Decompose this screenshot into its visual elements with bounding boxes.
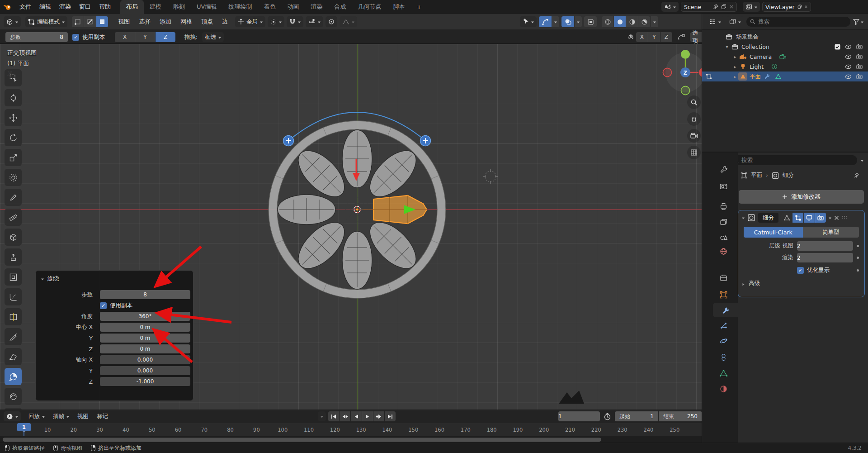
timeline-ruler[interactable]: 1102030405060708090100110120130140150160… [0,423,702,436]
workspace-tab-纹理绘制[interactable]: 纹理绘制 [222,0,258,14]
properties-tab-modifiers[interactable] [713,303,738,317]
modifier-panel[interactable]: 细分 Catmull-Clark 简单型 层级 视图 2 [738,210,865,297]
pin-icon[interactable] [713,4,718,10]
expander-icon[interactable]: ▸ [732,64,738,69]
show-overlays-button[interactable] [561,16,574,27]
render-visibility-toggle[interactable] [856,74,863,79]
breadcrumb-modifier[interactable]: 细分 [783,172,794,179]
properties-tab-view-layer[interactable] [713,215,734,229]
spin-axis-Y-button[interactable]: Y [135,32,155,42]
camera-view-button[interactable] [687,129,701,143]
mode-selector[interactable]: 编辑模式 [25,16,67,27]
close-icon[interactable] [834,215,839,220]
tool-select-box-button[interactable] [5,69,22,86]
show-object-types-button[interactable] [520,16,537,27]
operator-panel[interactable]: 旋绕 步数8✓使用副本角度360°中心 X0 mY0 mZ0 m轴向 X0.00… [35,270,193,401]
timeline-menu-1[interactable]: 插帧 [49,410,73,423]
topbar-menu-2[interactable]: 渲染 [55,0,75,14]
scene-browse-button[interactable] [661,2,679,12]
shading-wireframe-button[interactable] [602,16,613,27]
hide-eye-toggle[interactable] [845,74,852,79]
tool-loop-cut-button[interactable] [5,308,22,325]
topbar-menu-3[interactable]: 窗口 [75,0,95,14]
workspace-tab-几何节点[interactable]: 几何节点 [352,0,387,14]
properties-tab-data[interactable] [713,366,734,380]
properties-tab-output[interactable] [713,199,734,213]
frame-start-field[interactable]: 起始1 [615,411,658,421]
outliner-row-scene-collection[interactable]: 场景集合 [702,32,868,42]
current-frame-field[interactable]: 1 [558,411,600,421]
tool-cursor-button[interactable] [5,89,22,106]
outliner-row-Light[interactable]: ▸Light [702,62,868,72]
operator-field-3[interactable]: 0 m [100,323,190,332]
tool-poly-build-button[interactable] [5,348,22,365]
workspace-tab-UV编辑[interactable]: UV编辑 [191,0,222,14]
viewport-menu-2[interactable]: 添加 [155,14,176,30]
tool-measure-button[interactable] [5,209,22,226]
animate-dot[interactable] [857,257,859,259]
tool-bevel-button[interactable] [5,288,22,305]
operator-field-2[interactable]: 360° [100,312,190,321]
tool-inset-button[interactable] [5,268,22,286]
hide-eye-toggle[interactable] [845,54,852,59]
pivot-point-button[interactable] [268,16,284,27]
outliner-display-mode-button[interactable] [707,16,724,27]
tool-rotate-button[interactable] [5,129,22,146]
viewlayer-name-field[interactable]: ViewLayer [762,2,811,12]
add-modifier-button[interactable]: 添加修改器 [739,190,864,204]
shading-material-button[interactable] [626,16,638,27]
viewport-menu-5[interactable]: 边 [217,14,232,30]
spin-axis-X-button[interactable]: X [115,32,135,42]
operator-field-8[interactable]: -1.000 [100,377,190,386]
viewlayer-browse-button[interactable] [743,2,760,12]
expander-icon[interactable]: ▸ [732,54,738,59]
gizmo-dropdown[interactable] [552,16,559,27]
animate-dot[interactable] [857,269,859,272]
jump-next-keyframe-button[interactable] [373,411,384,421]
gizmo-y-neg-axis[interactable] [681,86,690,95]
pin-icon[interactable] [854,172,859,178]
mirror-axis-Z-button[interactable]: Z [660,32,672,42]
topbar-menu-0[interactable]: 文件 [15,0,35,14]
properties-tab-particles[interactable] [713,318,734,333]
spin-gizmo-handle-right[interactable] [420,136,431,146]
workspace-tab-建模[interactable]: 建模 [144,0,167,14]
timeline-editor-type-button[interactable] [4,411,21,421]
tool-move-button[interactable] [5,109,22,126]
operator-field-7[interactable]: 0.000 [100,366,190,375]
copy-icon[interactable] [797,4,802,10]
operator-field-6[interactable]: 0.000 [100,355,190,364]
drag-handle-icon[interactable] [842,215,848,220]
subdiv-type-simple[interactable]: 简单型 [803,227,859,238]
modifier-render-toggle[interactable] [815,213,826,223]
viewport-menu-4[interactable]: 顶点 [197,14,217,30]
animate-dot[interactable] [857,245,859,247]
properties-tab-physics[interactable] [713,334,734,348]
jump-to-end-button[interactable] [385,411,396,421]
overlays-dropdown[interactable] [575,16,582,27]
outliner-row-Collection[interactable]: ▾Collection [702,42,868,52]
subdiv-type-catmull-clark[interactable]: Catmull-Clark [744,227,803,238]
workspace-tab-动画[interactable]: 动画 [281,0,305,14]
tool-annotate-button[interactable] [5,189,22,206]
modifier-editmode-toggle[interactable] [793,213,803,223]
show-gizmo-button[interactable] [539,16,552,27]
play-button[interactable] [362,411,373,421]
close-icon[interactable] [804,5,808,9]
gizmo-y-axis[interactable] [681,50,690,59]
hide-eye-toggle[interactable] [845,64,852,69]
expander-icon[interactable]: ▸ [732,74,738,79]
outliner-row-Camera[interactable]: ▸Camera [702,52,868,62]
properties-tab-material[interactable] [713,381,734,396]
modifier-extras-dropdown[interactable] [829,217,831,220]
snap-base-icon[interactable] [678,33,685,41]
add-workspace-button[interactable]: + [410,0,427,14]
playback-sync-dropdown[interactable] [318,411,326,421]
chevron-down-icon[interactable] [742,217,745,220]
blender-logo-icon[interactable] [0,3,15,11]
topbar-menu-1[interactable]: 编辑 [35,0,55,14]
snap-target-button[interactable] [306,16,323,27]
render-visibility-toggle[interactable] [856,64,863,69]
transform-orientation-button[interactable]: 全局 [235,16,265,27]
mirror-axis-Y-button[interactable]: Y [648,32,660,42]
